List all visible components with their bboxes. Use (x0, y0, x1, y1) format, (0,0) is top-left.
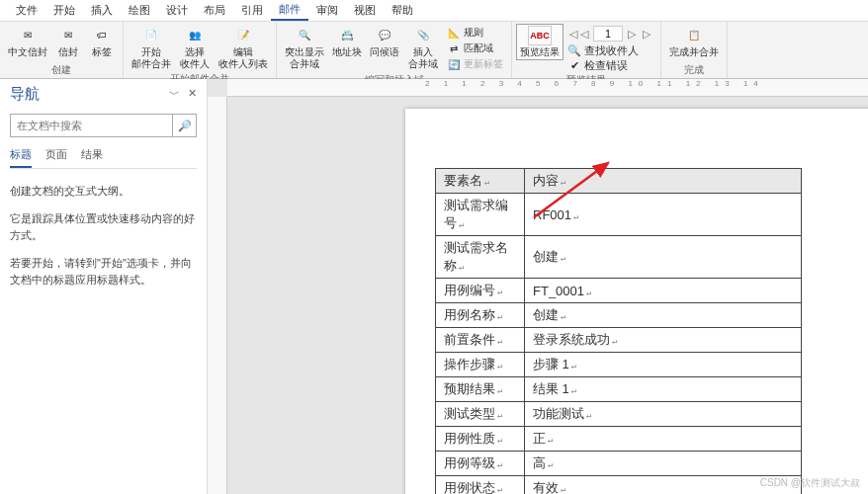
nav-next-icon[interactable]: ▷ (626, 28, 638, 41)
record-nav: ◁ ◁ ▷ ▷ (564, 24, 656, 43)
table-row[interactable]: 预期结果↵结果 1↵ (436, 377, 802, 402)
field-icon: 📎 (413, 26, 433, 45)
table-header[interactable]: 内容↵ (525, 169, 802, 194)
table-cell[interactable]: 用例名称↵ (436, 303, 525, 328)
menu-item-3[interactable]: 绘图 (121, 1, 158, 20)
people-icon: 👥 (185, 26, 205, 45)
address-icon: 📇 (337, 26, 357, 45)
nav-prev-icon[interactable]: ◁ (578, 28, 590, 41)
search-input[interactable] (11, 115, 172, 136)
table-cell[interactable]: 功能测试↵ (525, 402, 802, 427)
rule-icon: 📐 (447, 26, 461, 40)
table-cell[interactable]: 预期结果↵ (436, 377, 525, 402)
nav-pane-title: 导航 (10, 85, 40, 104)
table-row[interactable]: 测试类型↵功能测试↵ (436, 402, 802, 427)
envelope-icon: ✉ (18, 26, 38, 45)
table-cell[interactable]: 创建↵ (525, 303, 802, 328)
tab-results[interactable]: 结果 (81, 147, 103, 168)
finish-icon: 📋 (684, 26, 704, 45)
table-row[interactable]: 用例等级↵高↵ (436, 452, 802, 476)
nav-tabs: 标题 页面 结果 (10, 147, 197, 169)
vertical-ruler[interactable] (208, 97, 227, 494)
btn-select-recipients[interactable]: 👥选择 收件人 (175, 24, 215, 72)
btn-labels[interactable]: 🏷标签 (85, 24, 119, 60)
document-page[interactable]: 要素名↵ 内容↵ 测试需求编号↵RF001↵测试需求名称↵创建↵用例编号↵FT_… (405, 109, 868, 494)
document-table[interactable]: 要素名↵ 内容↵ 测试需求编号↵RF001↵测试需求名称↵创建↵用例编号↵FT_… (435, 168, 802, 494)
table-cell[interactable]: 测试需求名称↵ (436, 236, 525, 279)
table-cell[interactable]: 前置条件↵ (436, 328, 525, 353)
table-cell[interactable]: 测试类型↵ (436, 402, 525, 427)
merge-icon: 📄 (141, 26, 161, 45)
table-row[interactable]: 操作步骤↵步骤 1↵ (436, 353, 802, 377)
menu-item-8[interactable]: 审阅 (308, 1, 346, 20)
btn-update-labels[interactable]: 🔄更新标签 (447, 57, 503, 71)
menu-item-0[interactable]: 文件 (8, 1, 45, 20)
group-label: 创建 (4, 63, 119, 78)
btn-start-merge[interactable]: 📄开始 邮件合并 (128, 24, 175, 72)
ribbon-group-start-merge: 📄开始 邮件合并 👥选择 收件人 📝编辑 收件人列表 开始邮件合并 (124, 22, 277, 78)
highlight-icon: 🔍 (295, 26, 314, 45)
table-row[interactable]: 用例状态↵有效↵ (436, 476, 802, 495)
btn-envelope[interactable]: ✉信封 (51, 24, 85, 60)
btn-address-block[interactable]: 📇地址块 (328, 24, 366, 60)
greeting-icon: 💬 (375, 26, 394, 45)
btn-rules[interactable]: 📐规则 (447, 26, 503, 40)
table-cell[interactable]: 结果 1↵ (525, 377, 802, 402)
menu-item-1[interactable]: 开始 (45, 1, 83, 20)
btn-insert-field[interactable]: 📎插入 合并域 (403, 24, 443, 72)
table-row[interactable]: 测试需求编号↵RF001↵ (436, 194, 802, 236)
menu-item-9[interactable]: 视图 (346, 1, 384, 20)
table-cell[interactable]: 用例等级↵ (436, 452, 525, 476)
chevron-down-icon[interactable]: ﹀ (169, 87, 180, 102)
nav-help-text: 创建文档的交互式大纲。 它是跟踪具体位置或快速移动内容的好方式。 若要开始，请转… (10, 183, 197, 289)
table-header[interactable]: 要素名↵ (436, 169, 525, 194)
table-cell[interactable]: 步骤 1↵ (525, 353, 802, 377)
group-label: 完成 (665, 63, 723, 78)
btn-finish-merge[interactable]: 📋完成并合并 (665, 24, 723, 60)
nav-last-icon[interactable]: ▷ (641, 28, 652, 41)
close-icon[interactable]: ✕ (188, 87, 197, 102)
btn-find-recipient[interactable]: 🔍查找收件人 (564, 43, 656, 58)
menu-bar: 文件开始插入绘图设计布局引用邮件审阅视图帮助 (0, 0, 868, 22)
tab-pages[interactable]: 页面 (45, 147, 67, 168)
menu-item-2[interactable]: 插入 (83, 1, 121, 20)
btn-edit-recipients[interactable]: 📝编辑 收件人列表 (215, 24, 272, 72)
table-row[interactable]: 测试需求名称↵创建↵ (436, 236, 802, 279)
find-icon: 🔍 (567, 44, 581, 58)
record-number-input[interactable] (593, 26, 623, 41)
table-cell[interactable]: 正↵ (525, 427, 802, 452)
ribbon: ✉中文信封 ✉信封 🏷标签 创建 📄开始 邮件合并 👥选择 收件人 📝编辑 收件… (0, 22, 868, 79)
tab-headings[interactable]: 标题 (10, 147, 32, 168)
menu-item-7[interactable]: 邮件 (271, 0, 308, 21)
search-button[interactable]: 🔎 (172, 115, 196, 136)
table-row[interactable]: 用例编号↵FT_0001↵ (436, 279, 802, 303)
btn-cn-envelope[interactable]: ✉中文信封 (4, 24, 51, 60)
menu-item-10[interactable]: 帮助 (384, 1, 421, 20)
search-box: 🔎 (10, 114, 197, 137)
btn-match-fields[interactable]: ⇄匹配域 (447, 41, 503, 55)
table-cell[interactable]: 登录系统成功↵ (525, 328, 802, 353)
btn-highlight-fields[interactable]: 🔍突出显示 合并域 (281, 24, 328, 72)
table-cell[interactable]: 操作步骤↵ (436, 353, 525, 377)
document-area[interactable]: 2 1 1 2 3 4 5 6 7 8 9 10 11 12 13 14 要素名… (208, 79, 868, 494)
btn-preview-results[interactable]: ABC预览结果 (516, 24, 564, 60)
nav-first-icon[interactable]: ◁ (567, 28, 575, 41)
table-cell[interactable]: 测试需求编号↵ (436, 194, 525, 236)
menu-item-4[interactable]: 设计 (158, 1, 196, 20)
menu-item-5[interactable]: 布局 (196, 1, 233, 20)
table-cell[interactable]: RF001↵ (525, 194, 802, 236)
table-cell[interactable]: FT_0001↵ (525, 279, 802, 303)
table-row[interactable]: 用例性质↵正↵ (436, 427, 802, 452)
table-cell[interactable]: 创建↵ (525, 236, 802, 279)
menu-item-6[interactable]: 引用 (233, 1, 271, 20)
table-cell[interactable]: 用例状态↵ (436, 476, 525, 495)
table-cell[interactable]: 用例性质↵ (436, 427, 525, 452)
horizontal-ruler[interactable]: 2 1 1 2 3 4 5 6 7 8 9 10 11 12 13 14 (227, 79, 868, 97)
btn-greeting[interactable]: 💬问候语 (366, 24, 403, 60)
btn-check-errors[interactable]: ✔检查错误 (564, 58, 656, 73)
table-cell[interactable]: 高↵ (525, 452, 802, 476)
ribbon-group-create: ✉中文信封 ✉信封 🏷标签 创建 (0, 22, 124, 78)
table-cell[interactable]: 用例编号↵ (436, 279, 525, 303)
table-row[interactable]: 前置条件↵登录系统成功↵ (436, 328, 802, 353)
table-row[interactable]: 用例名称↵创建↵ (436, 303, 802, 328)
